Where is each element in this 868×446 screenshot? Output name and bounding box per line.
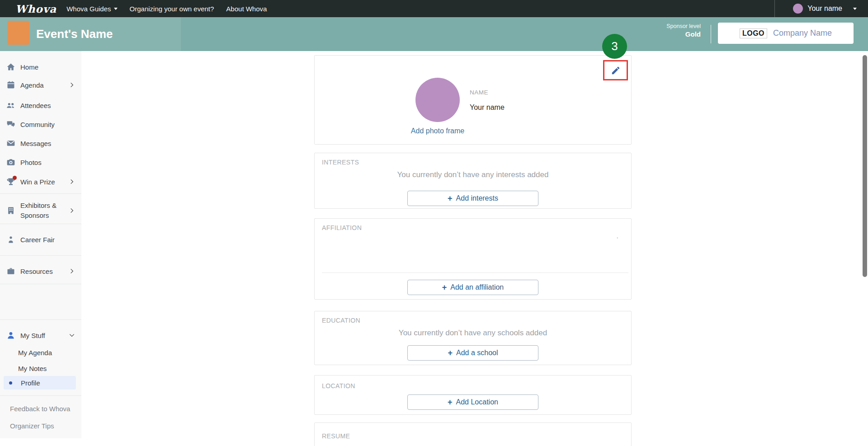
event-header: Event's Name Sponsor level Gold LOGO Com…: [0, 17, 868, 51]
sidebar-item-win-a-prize[interactable]: Win a Prize: [0, 175, 81, 188]
sidebar-item-community[interactable]: Community: [0, 117, 81, 131]
add-affiliation-button[interactable]: + Add an affiliation: [407, 280, 538, 295]
pencil-icon: [611, 66, 621, 75]
education-card: EDUCATION You currently don’t have any s…: [314, 311, 632, 365]
user-avatar: [793, 4, 803, 14]
add-photo-frame-link[interactable]: Add photo frame: [379, 127, 496, 135]
location-card: LOCATION + Add Location: [314, 375, 632, 415]
event-title: Event's Name: [36, 27, 113, 41]
profile-card: NAME Your name Add photo frame: [314, 55, 632, 145]
chevron-right-icon: [69, 178, 75, 185]
plus-icon: +: [448, 349, 453, 357]
sidebar-item-label: My Agenda: [18, 349, 52, 357]
sidebar-item-label: Exhibitors & Sponsors: [20, 201, 67, 221]
plus-icon: +: [448, 194, 453, 202]
briefcase-icon: [6, 267, 15, 276]
section-title: INTERESTS: [322, 159, 359, 166]
scrollbar-thumb[interactable]: [863, 55, 867, 277]
sidebar-item-profile-active[interactable]: Profile: [4, 376, 76, 390]
camera-icon: [6, 158, 15, 167]
sidebar-item-label: Community: [20, 121, 55, 128]
divider: [0, 224, 81, 224]
chevron-right-icon: [69, 82, 75, 88]
divider: [0, 284, 81, 284]
sponsor-logo-placeholder: LOGO: [740, 28, 767, 38]
chevron-right-icon: [69, 268, 75, 274]
sidebar-item-label: Career Fair: [20, 236, 55, 244]
sidebar-item-exhibitors-sponsors[interactable]: Exhibitors & Sponsors: [0, 198, 81, 223]
home-icon: [6, 62, 15, 71]
button-label: Add interests: [456, 194, 498, 202]
sidebar-item-home[interactable]: Home: [0, 60, 81, 74]
empty-state-text: You currently don’t have any schools add…: [315, 329, 631, 338]
community-icon: [6, 120, 15, 129]
sponsor-company-name: Company Name: [773, 28, 832, 38]
sidebar-item-label: Resources: [20, 268, 53, 275]
career-fair-icon: [6, 235, 15, 244]
nav-organizing-event[interactable]: Organizing your own event?: [130, 5, 214, 13]
stray-mark: ’: [617, 236, 618, 243]
divider: [0, 395, 81, 396]
divider: [322, 272, 628, 273]
sidebar-item-label: Home: [20, 63, 38, 71]
header-divider: [711, 25, 711, 43]
interests-card: INTERESTS You currently don’t have any i…: [314, 153, 632, 209]
section-title: RESUME: [322, 432, 350, 440]
sidebar-item-my-notes[interactable]: My Notes: [0, 361, 81, 375]
nav-whova-guides[interactable]: Whova Guides: [66, 5, 117, 13]
notification-dot: [13, 176, 17, 180]
feedback-link[interactable]: Feedback to Whova: [10, 405, 70, 413]
sidebar-item-label: Win a Prize: [20, 178, 55, 186]
chevron-right-icon: [69, 207, 75, 214]
sidebar-item-messages[interactable]: Messages: [0, 136, 81, 150]
caret-down-icon: [853, 8, 857, 10]
sidebar-item-photos[interactable]: Photos: [0, 155, 81, 169]
calendar-icon: [6, 80, 15, 89]
add-school-button[interactable]: + Add a school: [407, 345, 538, 361]
name-label: NAME: [470, 89, 488, 96]
resume-card: RESUME: [314, 423, 632, 446]
user-menu[interactable]: Your name: [774, 0, 857, 17]
add-location-button[interactable]: + Add Location: [407, 394, 538, 410]
divider: [0, 193, 81, 194]
whova-logo[interactable]: Whova: [15, 3, 57, 15]
edit-profile-button[interactable]: [603, 60, 628, 80]
nav-about-whova[interactable]: About Whova: [226, 5, 267, 13]
sidebar-item-my-stuff[interactable]: My Stuff: [0, 329, 81, 342]
sidebar-item-career-fair[interactable]: Career Fair: [0, 233, 81, 246]
tutorial-step-badge: 3: [602, 34, 627, 59]
sidebar-item-agenda[interactable]: Agenda: [0, 78, 81, 92]
sidebar-item-my-agenda[interactable]: My Agenda: [0, 346, 81, 359]
affiliation-card: AFFILIATION ’ + Add an affiliation: [314, 218, 632, 300]
envelope-icon: [6, 139, 15, 148]
event-logo-placeholder: [7, 21, 29, 45]
section-title: LOCATION: [322, 382, 355, 390]
plus-icon: +: [448, 398, 453, 406]
sidebar-item-resources[interactable]: Resources: [0, 264, 81, 278]
user-name: Your name: [807, 5, 842, 13]
top-navbar: Whova Whova Guides Organizing your own e…: [0, 0, 868, 17]
sidebar: Home Agenda Attendees Community Messages…: [0, 51, 81, 438]
chevron-down-icon: [69, 332, 75, 338]
attendees-icon: [6, 101, 15, 110]
sidebar-item-attendees[interactable]: Attendees: [0, 99, 81, 112]
nav-whova-guides-label: Whova Guides: [66, 5, 111, 13]
building-icon: [6, 206, 15, 215]
divider: [0, 319, 81, 320]
plus-icon: +: [442, 283, 447, 291]
button-label: Add a school: [456, 349, 498, 357]
name-value: Your name: [470, 103, 505, 112]
sponsor-level: Sponsor level Gold: [666, 23, 701, 38]
sponsor-level-value: Gold: [666, 30, 701, 39]
button-label: Add Location: [456, 398, 498, 406]
person-icon: [6, 331, 15, 340]
sponsor-banner[interactable]: LOGO Company Name: [718, 23, 854, 44]
sidebar-item-label: Agenda: [20, 81, 44, 89]
add-interests-button[interactable]: + Add interests: [407, 191, 538, 206]
sidebar-item-label: My Stuff: [20, 332, 45, 339]
organizer-tips-link[interactable]: Organizer Tips: [10, 422, 54, 430]
sidebar-item-label: Profile: [21, 379, 40, 387]
button-label: Add an affiliation: [450, 283, 504, 291]
section-title: EDUCATION: [322, 317, 360, 324]
profile-avatar[interactable]: [415, 78, 460, 122]
